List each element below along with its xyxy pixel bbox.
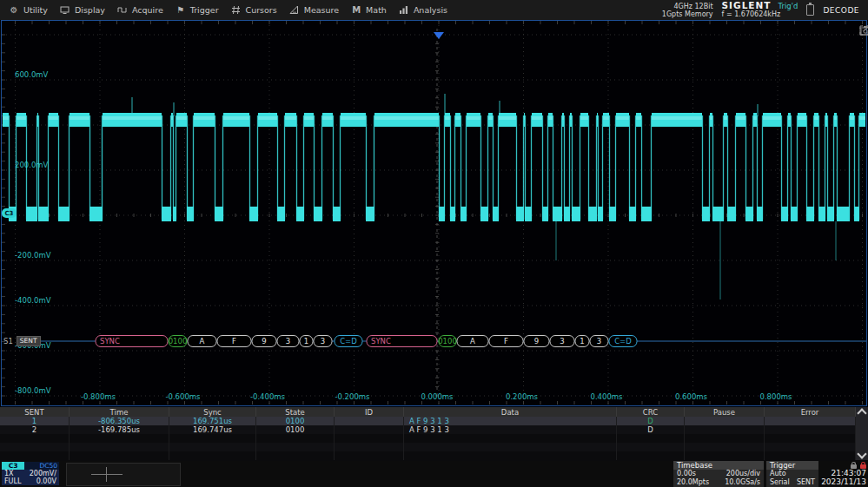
clock-block: 21:43:07 2023/11/13 [820,461,866,487]
cell-state [256,443,335,451]
bus-id: S1 [3,337,13,346]
math-icon: M [351,5,361,16]
decode-result-table: SENTTimeSyncStateIDDataCRCPauseError 1-8… [0,407,868,461]
cell-error [765,434,856,443]
cell-time: -169.785us [70,425,169,434]
siglent-logo: SIGLENT [722,1,772,10]
svg-text:C=D: C=D [340,337,357,346]
menu-item-acquire[interactable]: Acquire [117,5,163,16]
svg-text:-0.600ms: -0.600ms [165,392,201,401]
cell-crc: D [617,425,685,434]
trigger-position-marker[interactable] [434,32,444,39]
trigger-panel[interactable]: Trigger Auto Serial SENT [766,461,818,487]
flag-icon: ⚑ [176,5,186,16]
cell-crc [617,434,685,443]
cell-time [70,451,169,460]
menu-item-math[interactable]: MMath [351,5,387,16]
scroll-up-icon[interactable] [857,408,866,418]
cell-sent: 2 [0,425,70,434]
unlock-icon[interactable] [851,464,857,469]
svg-text:0.400ms: 0.400ms [590,392,623,401]
table-header-crc: CRC [617,407,685,417]
scroll-down-icon[interactable] [857,449,866,458]
svg-text:0.600ms: 0.600ms [675,392,708,401]
menu-item-analysis[interactable]: Analysis [399,5,447,16]
table-header-time: Time [70,407,169,417]
scope-plot: 600.0mV200.0mV-200.0mV-400.0mV-600.0mV-8… [0,20,868,407]
menu-item-label: Acquire [132,5,163,15]
cell-id [335,443,404,451]
system-date: 2023/11/13 [820,477,866,486]
cell-data [404,434,617,443]
channel3-ground-marker[interactable]: C3 [2,208,17,218]
table-header-sent: SENT [0,407,70,417]
svg-text:3: 3 [597,337,601,346]
waveform-display[interactable]: 600.0mV200.0mV-200.0mV-400.0mV-600.0mV-8… [0,20,868,407]
memory-label: 1Gpts Memory [662,10,713,18]
bus-protocol-badge: SENT [17,336,41,346]
cell-sync: 169.751us [169,417,256,425]
channel3-bandwidth: FULL [4,477,21,485]
cell-pause [685,451,765,460]
svg-text:3: 3 [286,337,290,346]
menu-bar: ⚙UtilityDisplayAcquire⚑TriggerCursorsMea… [0,0,868,20]
timebase-delay: 0.00s [677,470,696,478]
cell-sync [169,451,256,460]
gear-icon: ⚙ [9,5,19,16]
cell-error [765,451,856,460]
svg-text:600.0mV: 600.0mV [15,70,49,79]
cell-id [335,417,404,425]
cell-crc [617,443,685,451]
recorder-icon [806,4,814,16]
cell-pause [685,443,765,451]
menu-item-label: Utility [23,5,48,15]
menu-item-utility[interactable]: ⚙Utility [9,5,48,16]
crosshair-icon [106,467,107,482]
lock-icon[interactable] [860,464,866,469]
cell-error [765,417,856,425]
menu-item-measure[interactable]: Measure [289,5,339,16]
cell-error [765,443,856,451]
menu-item-cursors[interactable]: Cursors [231,5,277,16]
menu-item-label: Measure [304,5,339,15]
menu-item-display[interactable]: Display [60,5,105,16]
channel3-badge[interactable]: C3 [2,462,24,470]
decode-bus-label: S1 SENT [3,336,41,346]
analysis-icon [399,5,409,16]
table-row-sent-2[interactable]: 2-169.785us169.747us0100A F 9 3 1 3D [0,425,856,434]
table-header-sync: Sync [169,407,256,417]
cell-error [765,425,856,434]
table-header-pause: Pause [685,407,765,417]
status-cluster: 4GHz 12Bit 1Gpts Memory SIGLENT Trig'd f… [662,1,868,19]
svg-text:0100: 0100 [438,337,457,346]
cell-data: A F 9 3 1 3 [404,417,617,425]
timebase-points: 20.0Mpts [677,478,709,487]
acquisition-info: 4GHz 12Bit 1Gpts Memory [662,3,713,18]
cell-pause [685,434,765,443]
svg-text:1: 1 [304,337,308,346]
cell-state: 0100 [256,417,335,425]
timebase-panel[interactable]: Timebase 0.00s 200us/div 20.0Mpts 10.0GS… [673,461,764,487]
cell-pause [685,417,765,425]
export-waveform-icon[interactable] [859,25,868,36]
trigger-type: Serial [770,478,790,487]
cell-sent [0,434,70,443]
decode-button[interactable]: DECODE [823,6,859,15]
svg-text:0100: 0100 [169,337,188,346]
menu-item-trigger[interactable]: ⚑Trigger [176,5,219,16]
channel3-coupling: DC50 [39,462,59,470]
table-scrollbar[interactable] [856,407,868,460]
brand-block: SIGLENT Trig'd f = 1.670624kHz [722,1,798,19]
position-control-panel[interactable] [66,463,181,486]
channel3-probe: 1X [4,470,14,477]
cell-sent: 1 [0,417,70,425]
svg-text:1: 1 [580,337,584,346]
channel3-panel[interactable]: C3 DC50 1X 200mV/ FULL 0.00V [2,462,59,485]
svg-text:-800.0mV: -800.0mV [15,386,51,395]
table-row-sent-1[interactable]: 1-806.350us169.751us0100A F 9 3 1 3D [0,417,856,425]
svg-text:A: A [200,337,205,346]
table-row-empty [0,451,856,460]
cell-data [404,443,617,451]
cell-data: A F 9 3 1 3 [404,425,617,434]
acquire-icon [117,5,128,16]
